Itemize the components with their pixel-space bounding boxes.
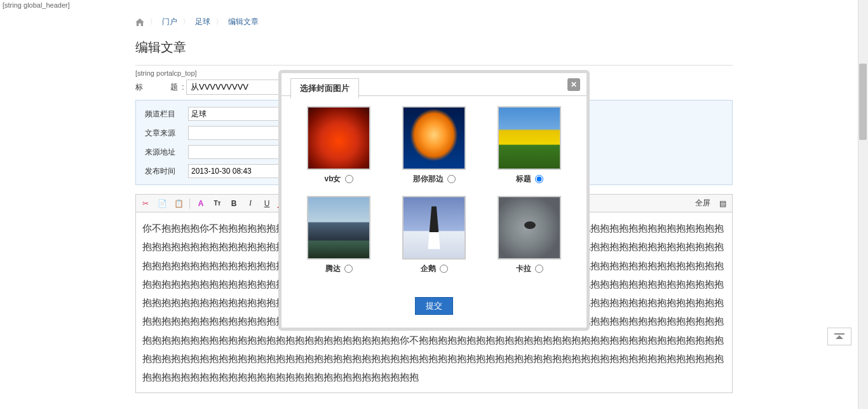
- breadcrumb: 〉 门户 〉 足球 〉 编辑文章: [135, 10, 733, 34]
- cover-item: 腾达: [295, 196, 382, 274]
- underline-icon[interactable]: U: [261, 198, 273, 209]
- cover-item: 那你那边: [391, 106, 477, 184]
- title-label: 标 题:: [135, 82, 180, 93]
- breadcrumb-sep: 〉: [149, 17, 157, 27]
- cover-label: 标题: [516, 174, 531, 184]
- breadcrumb-current: 编辑文章: [228, 17, 259, 27]
- cover-label: 腾达: [325, 263, 341, 274]
- source-input[interactable]: [188, 126, 283, 140]
- cover-radio[interactable]: [535, 175, 543, 183]
- copy-icon[interactable]: 📄: [156, 198, 168, 209]
- cover-radio[interactable]: [344, 265, 353, 273]
- cover-thumb[interactable]: [402, 196, 466, 260]
- pubtime-input[interactable]: [188, 164, 283, 178]
- cover-radio[interactable]: [447, 175, 456, 183]
- fullscreen-button[interactable]: 全屏: [693, 197, 713, 209]
- cover-label: vb女: [324, 174, 341, 184]
- sourceurl-input[interactable]: [188, 145, 283, 159]
- page-title: 编辑文章: [135, 34, 733, 66]
- cover-item: 企鹅: [391, 196, 477, 274]
- submit-button[interactable]: 提交: [415, 297, 453, 315]
- channel-select[interactable]: [188, 107, 283, 121]
- scrollbar-track[interactable]: [858, 0, 868, 393]
- cover-label: 卡拉: [516, 263, 531, 274]
- cover-thumb[interactable]: [498, 196, 561, 260]
- cover-thumb[interactable]: [498, 106, 561, 170]
- home-icon[interactable]: [135, 18, 144, 26]
- cover-item: 卡拉: [486, 196, 573, 274]
- fontsize-icon[interactable]: Tт: [212, 198, 223, 209]
- cover-item: vb女: [295, 106, 382, 184]
- scrollbar-thumb[interactable]: [859, 64, 867, 140]
- mode-icon[interactable]: ▤: [717, 198, 728, 209]
- source-label: 文章来源: [145, 128, 182, 139]
- cut-icon[interactable]: ✂: [140, 198, 151, 209]
- cover-label: 企鹅: [421, 263, 436, 274]
- italic-icon[interactable]: I: [245, 198, 256, 209]
- bold-icon[interactable]: B: [228, 198, 240, 209]
- cover-radio[interactable]: [535, 265, 543, 273]
- cover-radio[interactable]: [440, 265, 448, 273]
- cover-item: 标题: [486, 106, 573, 184]
- close-icon[interactable]: ✕: [567, 78, 580, 91]
- paste-icon[interactable]: 📋: [173, 198, 184, 209]
- global-header-string: [string global_header]: [0, 0, 868, 10]
- sourceurl-label: 来源地址: [145, 147, 182, 158]
- cover-thumb[interactable]: [307, 106, 370, 170]
- cover-label: 那你那边: [413, 174, 444, 184]
- scroll-top-button[interactable]: [827, 328, 851, 345]
- pubtime-label: 发布时间: [145, 166, 182, 177]
- cover-thumb[interactable]: [402, 106, 466, 170]
- breadcrumb-sep: 〉: [182, 17, 190, 27]
- cover-thumb[interactable]: [307, 196, 370, 260]
- modal-tab-select[interactable]: 选择封面图片: [290, 78, 359, 99]
- cover-radio[interactable]: [345, 175, 353, 183]
- font-icon[interactable]: A: [195, 198, 207, 209]
- channel-label: 频道栏目: [145, 109, 182, 120]
- toolbar-sep: [189, 198, 190, 209]
- breadcrumb-category[interactable]: 足球: [195, 17, 210, 27]
- breadcrumb-sep: 〉: [215, 17, 223, 27]
- breadcrumb-portal[interactable]: 门户: [162, 17, 177, 27]
- cover-modal: 选择封面图片 ✕ vb女 那你那边 标题 腾达 企鹅 卡拉 提交: [278, 70, 590, 331]
